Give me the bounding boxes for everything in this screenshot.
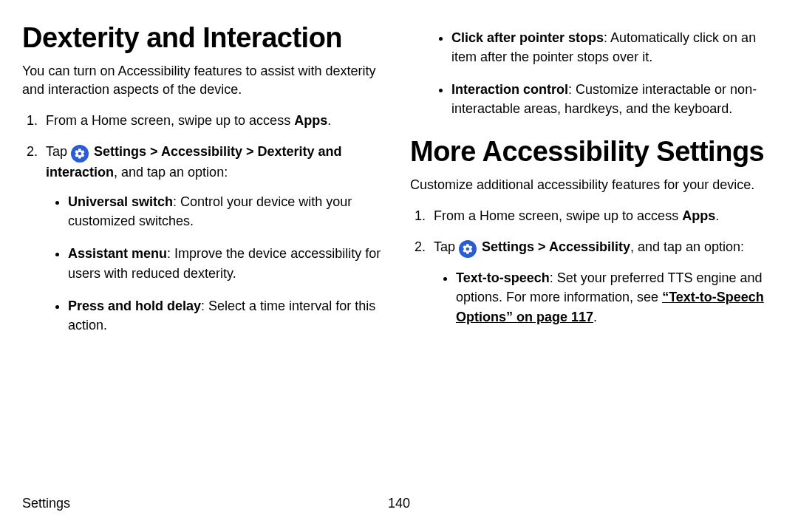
footer-page-number: 140: [388, 496, 410, 511]
apps-label: Apps: [682, 208, 715, 223]
option-title: Interaction control: [451, 82, 568, 97]
step-1: From a Home screen, swipe up to access A…: [41, 111, 388, 130]
page-content: Dexterity and Interaction You can turn o…: [0, 0, 798, 348]
option-title: Click after pointer stops: [451, 30, 604, 45]
step-1-pre: From a Home screen, swipe up to access: [46, 113, 294, 128]
step-2-pre: Tap: [46, 144, 71, 159]
step-2-post: , and tap an option:: [630, 239, 744, 254]
step-2: Tap Settings > Accessibility, and tap an…: [429, 237, 776, 326]
option-title: Text-to-speech: [456, 270, 550, 285]
option-title: Assistant menu: [68, 246, 167, 261]
intro-dexterity: You can turn on Accessibility features t…: [22, 62, 388, 99]
step-1-post: .: [327, 113, 331, 128]
options-more-accessibility: Text-to-speech: Set your preferred TTS e…: [434, 268, 776, 326]
step-1: From a Home screen, swipe up to access A…: [429, 206, 776, 225]
list-item: Universal switch: Control your device wi…: [68, 192, 388, 231]
settings-path: Settings > Accessibility: [478, 239, 630, 254]
list-item: Assistant menu: Improve the device acces…: [68, 244, 388, 282]
intro-more-accessibility: Customize additional accessibility featu…: [410, 176, 776, 194]
step-2-post: , and tap an option:: [114, 165, 228, 180]
list-item: Click after pointer stops: Automatically…: [451, 28, 776, 66]
left-column: Dexterity and Interaction You can turn o…: [22, 22, 388, 348]
heading-dexterity: Dexterity and Interaction: [22, 22, 388, 55]
apps-label: Apps: [294, 113, 327, 128]
step-2-pre: Tap: [434, 239, 459, 254]
step-2: Tap Settings > Accessibility > Dexterity…: [41, 142, 388, 335]
heading-more-accessibility: More Accessibility Settings: [410, 136, 776, 168]
steps-more-accessibility: From a Home screen, swipe up to access A…: [410, 206, 776, 326]
list-item: Press and hold delay: Select a time inte…: [68, 296, 388, 335]
page-footer: Settings 140: [22, 496, 776, 511]
list-item: Interaction control: Customize interacta…: [451, 80, 776, 118]
option-title: Universal switch: [68, 194, 173, 209]
footer-section: Settings: [22, 496, 70, 511]
right-column: Click after pointer stops: Automatically…: [410, 22, 776, 348]
list-item: Text-to-speech: Set your preferred TTS e…: [456, 268, 776, 326]
options-dexterity: Universal switch: Control your device wi…: [46, 192, 388, 335]
steps-dexterity: From a Home screen, swipe up to access A…: [22, 111, 388, 335]
settings-gear-icon: [71, 145, 89, 163]
option-after: .: [593, 310, 597, 324]
options-dexterity-continued: Click after pointer stops: Automatically…: [410, 28, 776, 118]
settings-gear-icon: [459, 240, 477, 258]
option-title: Press and hold delay: [68, 299, 201, 313]
step-1-post: .: [715, 208, 719, 223]
step-1-pre: From a Home screen, swipe up to access: [434, 208, 682, 223]
